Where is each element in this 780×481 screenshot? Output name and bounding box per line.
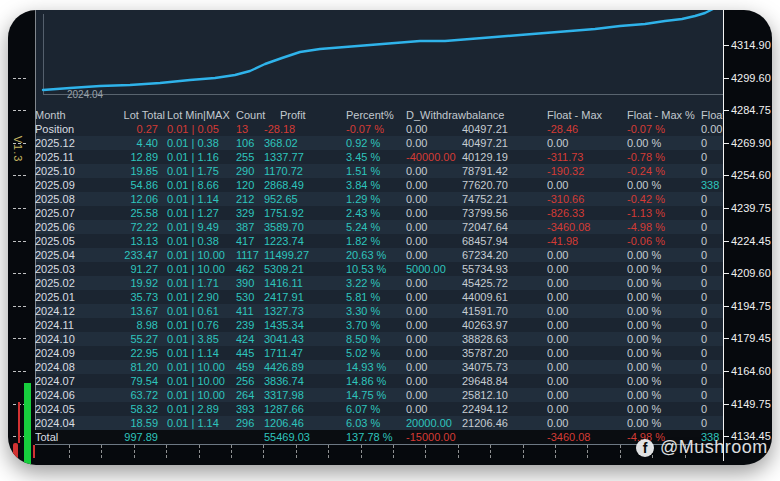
table-cell: 0 — [701, 388, 723, 402]
table-cell: 34075.73 — [462, 360, 528, 374]
table-cell: 21206.46 — [462, 416, 528, 430]
table-cell: 0.01 | 9.49 — [167, 220, 239, 234]
table-cell: 2025.04 — [35, 248, 107, 262]
table-cell: -0.24 % — [627, 164, 693, 178]
table-cell: 338 — [701, 178, 723, 192]
table-cell: 0 — [701, 206, 723, 220]
table-cell: 12.89 — [110, 150, 158, 164]
table-cell: 12.06 — [110, 192, 158, 206]
table-cell: 0 — [701, 332, 723, 346]
time-axis-tick — [69, 445, 70, 458]
table-cell: 0.00 — [406, 206, 461, 220]
table-cell: 0.00 % — [627, 346, 693, 360]
table-cell: -4.98 % — [627, 220, 693, 234]
table-cell: 0.00 % — [627, 318, 693, 332]
table-cell: 19.85 — [110, 164, 158, 178]
table-cell: 2025.09 — [35, 178, 107, 192]
time-axis-tick — [199, 445, 200, 458]
table-cell: 14.93 % — [346, 360, 404, 374]
column-header: Float - Max — [547, 108, 613, 122]
table-cell: 0.01 | 0.76 — [167, 318, 239, 332]
table-row: 2025.0513.130.01 | 0.384171223.741.82 %0… — [35, 234, 723, 248]
table-cell: 1327.73 — [264, 304, 330, 318]
time-axis-tick — [587, 445, 588, 458]
table-cell: 55.27 — [110, 332, 158, 346]
price-axis-tick-label: 4239.75 — [731, 202, 771, 214]
table-cell: 44009.61 — [462, 290, 528, 304]
red-corner-bar — [13, 443, 18, 461]
table-cell: 0 — [701, 346, 723, 360]
table-cell: 2025.10 — [35, 164, 107, 178]
facebook-icon: f — [636, 439, 654, 457]
left-tick-dash — [13, 273, 26, 274]
table-cell: 0.00 % — [627, 248, 693, 262]
table-cell: 2417.91 — [264, 290, 330, 304]
table-cell: 1435.34 — [264, 318, 330, 332]
price-axis-tick-label: 4284.75 — [731, 104, 771, 116]
table-cell: 0 — [701, 192, 723, 206]
table-cell: -40000.00 — [406, 150, 461, 164]
table-cell: 22494.12 — [462, 402, 528, 416]
table-cell: 0 — [701, 262, 723, 276]
table-cell: 54.86 — [110, 178, 158, 192]
table-cell: 0.00 — [547, 360, 613, 374]
table-cell: 6.03 % — [346, 416, 404, 430]
table-cell: 0.00 — [406, 360, 461, 374]
table-cell: 0.01 | 2.90 — [167, 290, 239, 304]
table-cell: 2025.07 — [35, 206, 107, 220]
table-cell: 459 — [236, 360, 264, 374]
column-header: Float — [701, 108, 723, 122]
table-cell: 0.00 % — [627, 262, 693, 276]
table-row: 2024.0922.950.01 | 1.144451711.475.02 %0… — [35, 346, 723, 360]
table-cell: 41591.70 — [462, 304, 528, 318]
table-cell: 0 — [701, 318, 723, 332]
table-cell: -190.32 — [547, 164, 613, 178]
table-cell: 1751.92 — [264, 206, 330, 220]
table-cell: 2025.12 — [35, 136, 107, 150]
table-cell: 120 — [236, 178, 264, 192]
table-cell: 55734.93 — [462, 262, 528, 276]
table-cell: 2024.11 — [35, 318, 107, 332]
table-cell: 0 — [701, 402, 723, 416]
table-cell: 68457.94 — [462, 234, 528, 248]
table-cell: 11499.27 — [264, 248, 330, 262]
table-cell: 4426.89 — [264, 360, 330, 374]
time-axis-tick — [296, 445, 297, 458]
time-axis-tick — [458, 445, 459, 458]
table-cell: -0.07 % — [627, 122, 693, 136]
table-cell: 10.53 % — [346, 262, 404, 276]
table-cell: 0.01 | 1.14 — [167, 192, 239, 206]
table-cell: 256 — [236, 374, 264, 388]
left-tick-dash — [13, 241, 26, 242]
table-cell: 0.01 | 10.00 — [167, 374, 239, 388]
table-cell: 0.00 % — [627, 276, 693, 290]
table-cell: 0.01 | 10.00 — [167, 388, 239, 402]
table-cell: 40497.21 — [462, 136, 528, 150]
table-cell: 212 — [236, 192, 264, 206]
table-cell: 0.01 | 0.38 — [167, 136, 239, 150]
table-cell: 1416.11 — [264, 276, 330, 290]
table-cell: 14.86 % — [346, 374, 404, 388]
table-cell: 38828.63 — [462, 332, 528, 346]
table-cell: 0 — [701, 136, 723, 150]
table-cell: 106 — [236, 136, 264, 150]
table-cell: 72.22 — [110, 220, 158, 234]
table-cell: 2025.05 — [35, 234, 107, 248]
table-cell: 0 — [701, 150, 723, 164]
table-cell: 0.00 — [547, 276, 613, 290]
table-cell: 530 — [236, 290, 264, 304]
price-axis-separator — [723, 10, 724, 461]
table-cell: 2024.08 — [35, 360, 107, 374]
table-cell: 0.00 — [547, 262, 613, 276]
table-cell: 1711.47 — [264, 346, 330, 360]
table-cell: 0.01 | 2.89 — [167, 402, 239, 416]
green-volume-bar — [24, 383, 31, 465]
table-cell: 0.01 | 10.00 — [167, 360, 239, 374]
time-axis-tick — [620, 445, 621, 458]
table-cell: 424 — [236, 332, 264, 346]
table-cell: 329 — [236, 206, 264, 220]
table-cell: 40497.21 — [462, 122, 528, 136]
table-cell: 0.01 | 10.00 — [167, 248, 239, 262]
version-label: V1.3 — [12, 136, 24, 163]
table-cell: 0.01 | 1.14 — [167, 416, 239, 430]
